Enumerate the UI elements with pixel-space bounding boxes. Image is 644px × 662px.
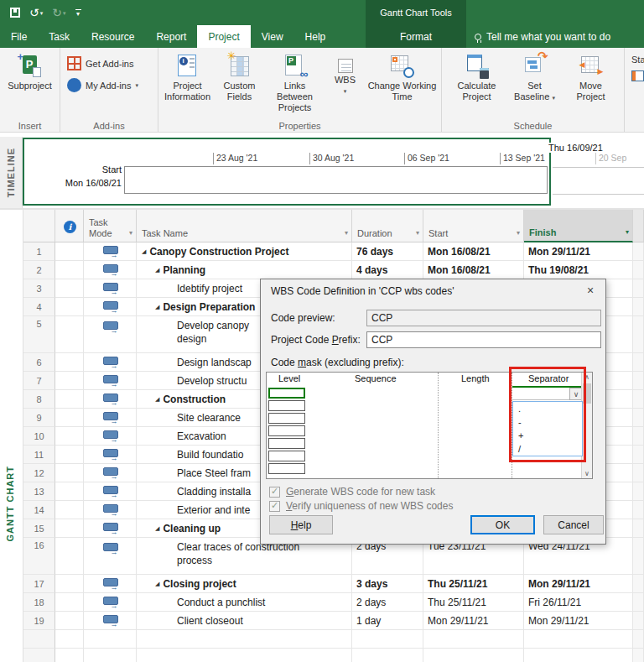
level-cell[interactable] — [268, 413, 305, 424]
task-mode-cell[interactable] — [84, 409, 137, 427]
row-number-cell[interactable]: 10 — [23, 427, 55, 446]
tab-help[interactable]: Help — [294, 25, 337, 48]
row-number-cell[interactable]: 18 — [23, 593, 55, 612]
tab-format[interactable]: Format — [389, 31, 443, 43]
tab-view[interactable]: View — [251, 25, 294, 48]
start-cell[interactable] — [423, 630, 524, 649]
level-cell[interactable] — [268, 388, 305, 399]
move-project-button[interactable]: ◀▶ Move Project — [567, 52, 615, 103]
indicator-cell[interactable] — [55, 464, 84, 482]
task-name-filter-icon[interactable]: ▾ — [345, 227, 348, 238]
row-number-cell[interactable]: 5 — [23, 316, 55, 353]
row-number-cell[interactable]: 19 — [23, 612, 55, 630]
undo-icon[interactable]: ↺▾ — [29, 7, 43, 18]
task-name-cell[interactable] — [137, 649, 352, 662]
row-number-cell[interactable]: 1 — [23, 242, 55, 261]
level-cell[interactable] — [268, 400, 305, 411]
duration-cell[interactable] — [352, 649, 423, 662]
separator-option[interactable]: / — [513, 442, 582, 456]
task-mode-cell[interactable] — [84, 372, 137, 390]
verify-uniqueness-checkbox[interactable] — [269, 501, 280, 512]
row-number-cell[interactable]: 16 — [23, 538, 55, 575]
collapse-triangle-icon[interactable]: ◢ — [142, 245, 146, 258]
finish-cell[interactable] — [524, 630, 633, 649]
subproject-button[interactable]: +P Subproject — [6, 52, 54, 92]
finish-cell[interactable]: Mon 29/11/21 — [524, 242, 633, 261]
get-addins-button[interactable]: Get Add-ins — [67, 56, 133, 70]
wbs-button[interactable]: WBS ▾ — [329, 52, 362, 97]
indicator-cell[interactable] — [55, 298, 84, 316]
row-number-cell[interactable]: 6 — [23, 353, 55, 372]
row-number-cell[interactable]: 2 — [23, 261, 55, 279]
task-mode-cell[interactable] — [84, 390, 137, 409]
generate-wbs-checkbox[interactable] — [269, 487, 280, 498]
level-cell[interactable] — [268, 438, 305, 449]
finish-cell[interactable]: Thu 19/08/21 — [524, 261, 633, 279]
level-cell[interactable] — [268, 425, 305, 436]
separator-option[interactable]: . — [513, 402, 582, 415]
change-working-time-button[interactable]: Change Working Time — [366, 52, 439, 103]
calculate-project-button[interactable]: Calculate Project — [451, 52, 503, 103]
task-mode-cell[interactable] — [84, 298, 137, 316]
finish-cell[interactable] — [524, 649, 633, 662]
duration-filter-icon[interactable]: ▾ — [416, 227, 419, 238]
task-mode-cell[interactable] — [84, 446, 137, 464]
header-duration[interactable]: Duration▾ — [352, 210, 423, 242]
cancel-button[interactable]: Cancel — [543, 515, 604, 534]
task-mode-cell[interactable] — [84, 353, 137, 372]
duration-cell[interactable]: 4 days — [352, 261, 423, 279]
task-mode-cell[interactable] — [84, 261, 137, 279]
start-cell[interactable] — [423, 649, 524, 662]
indicator-cell[interactable] — [55, 427, 84, 446]
wbs-dropdown-icon[interactable]: ▾ — [344, 86, 347, 96]
indicator-cell[interactable] — [55, 279, 84, 298]
task-mode-cell[interactable] — [84, 482, 137, 501]
task-mode-cell[interactable] — [84, 519, 137, 538]
row-number-cell[interactable]: 11 — [23, 446, 55, 464]
customize-quick-access-icon[interactable]: ▾ — [75, 9, 81, 16]
scroll-up-icon[interactable]: ∧ — [582, 373, 592, 381]
update-project-button[interactable]: Updat — [631, 70, 644, 81]
timeline-pane[interactable]: Thu 16/09/21 23 Aug '2130 Aug '2106 Sep … — [23, 137, 644, 208]
task-mode-cell[interactable] — [84, 501, 137, 519]
scroll-down-icon[interactable]: ∨ — [582, 470, 592, 477]
indicator-cell[interactable] — [55, 261, 84, 279]
indicator-cell[interactable] — [55, 242, 84, 261]
level-cell[interactable] — [268, 463, 305, 474]
separator-option[interactable]: - — [513, 415, 582, 429]
timeline-pane-tab[interactable]: TIMELINE — [0, 137, 23, 208]
ok-button[interactable]: OK — [470, 515, 535, 534]
header-task-mode[interactable]: Task Mode▾ — [84, 210, 137, 242]
help-button[interactable]: Help — [269, 515, 333, 534]
finish-cell[interactable]: Fri 26/11/21 — [524, 593, 633, 612]
finish-cell[interactable]: Mon 29/11/21 — [524, 575, 633, 593]
tab-file[interactable]: File — [0, 25, 38, 48]
level-cell[interactable] — [268, 451, 305, 461]
row-number-cell[interactable]: 13 — [23, 482, 55, 501]
row-number-cell[interactable]: 15 — [23, 519, 55, 538]
task-name-cell[interactable]: ◢Canopy Construction Project — [137, 242, 352, 261]
set-baseline-button[interactable]: ↷ Set Baseline ▾ — [508, 52, 562, 104]
collapse-triangle-icon[interactable]: ◢ — [155, 300, 159, 314]
indicator-cell[interactable] — [55, 409, 84, 427]
indicator-cell[interactable] — [55, 612, 84, 630]
tab-report[interactable]: Report — [145, 25, 197, 48]
task-name-cell[interactable] — [137, 630, 352, 649]
set-baseline-dropdown-icon[interactable]: ▾ — [552, 95, 555, 101]
task-mode-cell[interactable] — [84, 242, 137, 261]
collapse-triangle-icon[interactable]: ◢ — [155, 263, 159, 277]
row-number-cell[interactable] — [23, 630, 55, 649]
row-number-cell[interactable]: 12 — [23, 464, 55, 482]
task-mode-cell[interactable] — [84, 538, 137, 575]
gantt-chart-pane-tab[interactable]: GANTT CHART — [0, 210, 23, 662]
my-addins-dropdown-icon[interactable]: ▾ — [135, 82, 138, 89]
indicator-cell[interactable] — [55, 630, 84, 649]
tab-task[interactable]: Task — [38, 25, 80, 48]
start-filter-icon[interactable]: ▾ — [517, 227, 520, 238]
row-number-cell[interactable] — [23, 649, 55, 662]
collapse-triangle-icon[interactable]: ◢ — [155, 577, 159, 591]
duration-cell[interactable]: 76 days — [352, 242, 423, 261]
indicator-cell[interactable] — [55, 390, 84, 409]
task-mode-cell[interactable] — [84, 649, 137, 662]
task-mode-cell[interactable] — [84, 575, 137, 593]
